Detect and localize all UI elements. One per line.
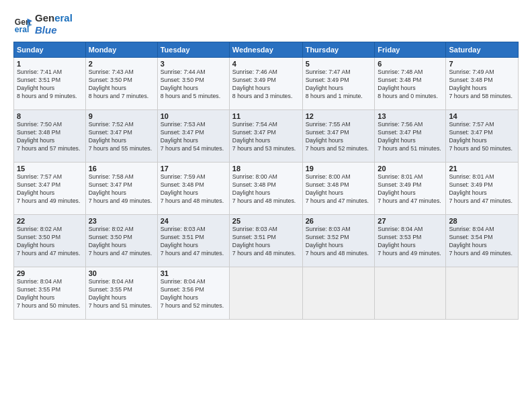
- cell-info: Sunrise: 7:49 AM Sunset: 3:48 PM Dayligh…: [449, 68, 515, 101]
- calendar-cell: 1 Sunrise: 7:41 AM Sunset: 3:51 PM Dayli…: [14, 58, 86, 110]
- weekday-header-thursday: Thursday: [302, 42, 375, 58]
- calendar-cell: [302, 267, 375, 320]
- calendar-cell: 18 Sunrise: 8:00 AM Sunset: 3:48 PM Dayl…: [229, 163, 302, 215]
- calendar-cell: [229, 267, 302, 320]
- cell-day-number: 1: [17, 60, 83, 68]
- cell-day-number: 9: [89, 112, 154, 120]
- cell-info: Sunrise: 8:04 AM Sunset: 3:53 PM Dayligh…: [378, 226, 443, 258]
- weekday-header-saturday: Saturday: [446, 42, 519, 58]
- calendar-cell: 27 Sunrise: 8:04 AM Sunset: 3:53 PM Dayl…: [375, 215, 446, 267]
- cell-info: Sunrise: 8:01 AM Sunset: 3:49 PM Dayligh…: [449, 173, 515, 205]
- cell-info: Sunrise: 8:03 AM Sunset: 3:52 PM Dayligh…: [306, 226, 372, 258]
- calendar-cell: [375, 267, 446, 320]
- cell-day-number: 15: [17, 165, 83, 173]
- cell-day-number: 4: [232, 60, 300, 68]
- cell-day-number: 16: [89, 165, 154, 173]
- cell-info: Sunrise: 7:55 AM Sunset: 3:47 PM Dayligh…: [306, 121, 372, 153]
- calendar-cell: 28 Sunrise: 8:04 AM Sunset: 3:54 PM Dayl…: [446, 215, 519, 267]
- cell-info: Sunrise: 8:03 AM Sunset: 3:51 PM Dayligh…: [232, 226, 300, 258]
- cell-info: Sunrise: 7:41 AM Sunset: 3:51 PM Dayligh…: [17, 68, 83, 101]
- calendar-cell: 22 Sunrise: 8:02 AM Sunset: 3:50 PM Dayl…: [14, 215, 86, 267]
- cell-day-number: 21: [449, 165, 515, 173]
- cell-day-number: 2: [89, 60, 154, 68]
- cell-day-number: 10: [161, 112, 226, 120]
- calendar-cell: 6 Sunrise: 7:48 AM Sunset: 3:48 PM Dayli…: [375, 58, 446, 110]
- calendar-cell: 5 Sunrise: 7:47 AM Sunset: 3:49 PM Dayli…: [302, 58, 375, 110]
- calendar-cell: 14 Sunrise: 7:57 AM Sunset: 3:47 PM Dayl…: [446, 110, 519, 163]
- cell-info: Sunrise: 7:59 AM Sunset: 3:48 PM Dayligh…: [161, 173, 226, 205]
- cell-info: Sunrise: 7:47 AM Sunset: 3:49 PM Dayligh…: [306, 68, 372, 101]
- weekday-header-friday: Friday: [375, 42, 446, 58]
- cell-day-number: 12: [306, 112, 372, 120]
- cell-day-number: 11: [232, 112, 300, 120]
- cell-info: Sunrise: 7:56 AM Sunset: 3:47 PM Dayligh…: [378, 121, 443, 153]
- calendar-cell: 21 Sunrise: 8:01 AM Sunset: 3:49 PM Dayl…: [446, 163, 519, 215]
- svg-text:eral: eral: [15, 25, 30, 34]
- calendar-cell: 7 Sunrise: 7:49 AM Sunset: 3:48 PM Dayli…: [446, 58, 519, 110]
- calendar-cell: 8 Sunrise: 7:50 AM Sunset: 3:48 PM Dayli…: [14, 110, 86, 163]
- calendar-page: Gen eral General Blue SundayMondayTuesda…: [0, 0, 532, 411]
- cell-day-number: 29: [17, 269, 83, 277]
- cell-day-number: 13: [378, 112, 443, 120]
- logo: Gen eral General Blue: [13, 12, 73, 36]
- cell-day-number: 28: [449, 217, 515, 225]
- cell-info: Sunrise: 7:46 AM Sunset: 3:49 PM Dayligh…: [232, 68, 300, 101]
- cell-info: Sunrise: 8:02 AM Sunset: 3:50 PM Dayligh…: [89, 226, 154, 258]
- cell-info: Sunrise: 8:04 AM Sunset: 3:55 PM Dayligh…: [89, 278, 154, 310]
- cell-info: Sunrise: 8:04 AM Sunset: 3:54 PM Dayligh…: [449, 226, 515, 258]
- calendar-cell: 15 Sunrise: 7:57 AM Sunset: 3:47 PM Dayl…: [14, 163, 86, 215]
- calendar-cell: 25 Sunrise: 8:03 AM Sunset: 3:51 PM Dayl…: [229, 215, 302, 267]
- cell-info: Sunrise: 7:43 AM Sunset: 3:50 PM Dayligh…: [89, 68, 154, 101]
- cell-day-number: 27: [378, 217, 443, 225]
- logo-icon: Gen eral: [13, 15, 32, 34]
- calendar-cell: 17 Sunrise: 7:59 AM Sunset: 3:48 PM Dayl…: [157, 163, 229, 215]
- cell-day-number: 31: [161, 269, 226, 277]
- calendar-table: SundayMondayTuesdayWednesdayThursdayFrid…: [13, 42, 519, 320]
- cell-info: Sunrise: 8:00 AM Sunset: 3:48 PM Dayligh…: [306, 173, 372, 205]
- calendar-cell: 29 Sunrise: 8:04 AM Sunset: 3:55 PM Dayl…: [14, 267, 86, 320]
- calendar-cell: 31 Sunrise: 8:04 AM Sunset: 3:56 PM Dayl…: [157, 267, 229, 320]
- cell-info: Sunrise: 8:04 AM Sunset: 3:55 PM Dayligh…: [17, 278, 83, 310]
- calendar-cell: 2 Sunrise: 7:43 AM Sunset: 3:50 PM Dayli…: [85, 58, 157, 110]
- cell-day-number: 8: [17, 112, 83, 120]
- calendar-cell: 24 Sunrise: 8:03 AM Sunset: 3:51 PM Dayl…: [157, 215, 229, 267]
- cell-info: Sunrise: 7:57 AM Sunset: 3:47 PM Dayligh…: [17, 173, 83, 205]
- weekday-header-monday: Monday: [85, 42, 157, 58]
- cell-day-number: 3: [161, 60, 226, 68]
- calendar-cell: 30 Sunrise: 8:04 AM Sunset: 3:55 PM Dayl…: [85, 267, 157, 320]
- calendar-cell: 16 Sunrise: 7:58 AM Sunset: 3:47 PM Dayl…: [85, 163, 157, 215]
- cell-info: Sunrise: 8:02 AM Sunset: 3:50 PM Dayligh…: [17, 226, 83, 258]
- calendar-week-row: 29 Sunrise: 8:04 AM Sunset: 3:55 PM Dayl…: [14, 267, 519, 320]
- cell-info: Sunrise: 8:01 AM Sunset: 3:49 PM Dayligh…: [378, 173, 443, 205]
- cell-info: Sunrise: 8:03 AM Sunset: 3:51 PM Dayligh…: [161, 226, 226, 258]
- calendar-cell: 3 Sunrise: 7:44 AM Sunset: 3:50 PM Dayli…: [157, 58, 229, 110]
- cell-day-number: 17: [161, 165, 226, 173]
- weekday-header-row: SundayMondayTuesdayWednesdayThursdayFrid…: [14, 42, 519, 58]
- cell-day-number: 25: [232, 217, 300, 225]
- cell-day-number: 24: [161, 217, 226, 225]
- cell-day-number: 30: [89, 269, 154, 277]
- calendar-cell: [446, 267, 519, 320]
- calendar-cell: 20 Sunrise: 8:01 AM Sunset: 3:49 PM Dayl…: [375, 163, 446, 215]
- cell-day-number: 6: [378, 60, 443, 68]
- cell-info: Sunrise: 7:44 AM Sunset: 3:50 PM Dayligh…: [161, 68, 226, 101]
- logo-text: General Blue: [35, 12, 73, 36]
- cell-day-number: 19: [306, 165, 372, 173]
- calendar-cell: 26 Sunrise: 8:03 AM Sunset: 3:52 PM Dayl…: [302, 215, 375, 267]
- cell-day-number: 7: [449, 60, 515, 68]
- calendar-cell: 11 Sunrise: 7:54 AM Sunset: 3:47 PM Dayl…: [229, 110, 302, 163]
- calendar-cell: 13 Sunrise: 7:56 AM Sunset: 3:47 PM Dayl…: [375, 110, 446, 163]
- header: Gen eral General Blue: [13, 12, 519, 36]
- calendar-cell: 4 Sunrise: 7:46 AM Sunset: 3:49 PM Dayli…: [229, 58, 302, 110]
- calendar-week-row: 22 Sunrise: 8:02 AM Sunset: 3:50 PM Dayl…: [14, 215, 519, 267]
- weekday-header-wednesday: Wednesday: [229, 42, 302, 58]
- calendar-cell: 19 Sunrise: 8:00 AM Sunset: 3:48 PM Dayl…: [302, 163, 375, 215]
- cell-day-number: 5: [306, 60, 372, 68]
- cell-day-number: 18: [232, 165, 300, 173]
- cell-info: Sunrise: 7:53 AM Sunset: 3:47 PM Dayligh…: [161, 121, 226, 153]
- calendar-cell: 10 Sunrise: 7:53 AM Sunset: 3:47 PM Dayl…: [157, 110, 229, 163]
- cell-day-number: 14: [449, 112, 515, 120]
- cell-info: Sunrise: 7:57 AM Sunset: 3:47 PM Dayligh…: [449, 121, 515, 153]
- cell-info: Sunrise: 7:50 AM Sunset: 3:48 PM Dayligh…: [17, 121, 83, 153]
- weekday-header-tuesday: Tuesday: [157, 42, 229, 58]
